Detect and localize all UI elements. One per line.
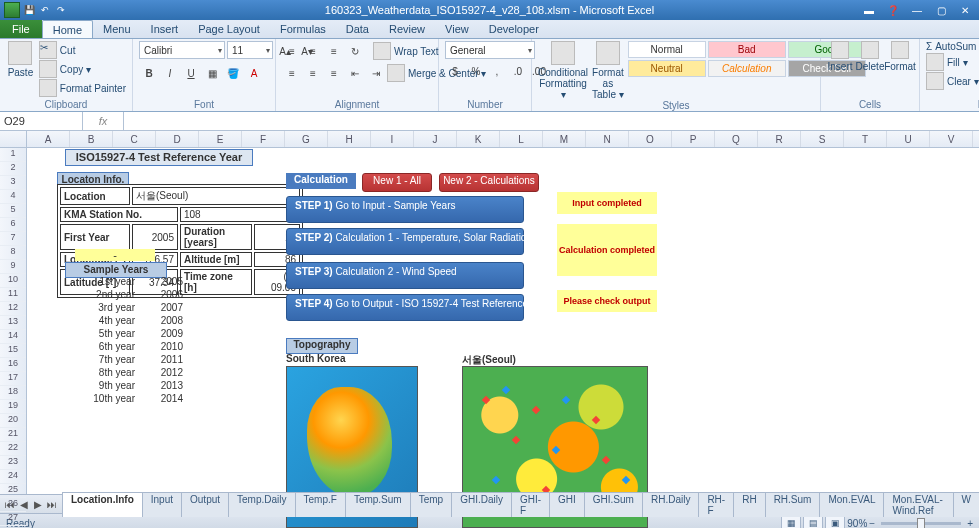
col-header[interactable]: T [844,131,887,147]
step2-button[interactable]: STEP 2) Calculation 1 - Temperature, Sol… [286,228,524,255]
row-header[interactable]: 19 [0,400,26,414]
ws-tab[interactable]: Temp.F [295,492,346,517]
col-header[interactable]: D [156,131,199,147]
maximize-icon[interactable]: ▢ [929,3,953,17]
row-header[interactable]: 11 [0,288,26,302]
style-calculation[interactable]: Calculation [708,60,786,77]
col-header[interactable]: M [543,131,586,147]
row-header[interactable]: 15 [0,344,26,358]
dec-indent-icon[interactable]: ⇤ [345,63,365,83]
copy-button[interactable]: Copy ▾ [39,60,126,78]
view-tab[interactable]: View [435,20,479,38]
ws-tab[interactable]: Temp.Sum [345,492,411,517]
align-mid-icon[interactable]: ≡ [303,41,323,61]
row-header[interactable]: 13 [0,316,26,330]
ws-tab[interactable]: GHI.Daily [451,492,512,517]
align-right-icon[interactable]: ≡ [324,63,344,83]
home-tab[interactable]: Home [42,20,93,38]
name-box[interactable]: O29 [0,112,83,130]
qat-save-icon[interactable]: 💾 [22,3,36,17]
col-header[interactable]: N [586,131,629,147]
developer-tab[interactable]: Developer [479,20,549,38]
new1-button[interactable]: New 1 - All [362,173,432,192]
ws-tab[interactable]: Temp.Daily [228,492,295,517]
col-header[interactable]: I [371,131,414,147]
row-header[interactable]: 12 [0,302,26,316]
ws-tab[interactable]: RH-F [698,492,734,517]
row-header[interactable]: 3 [0,176,26,190]
qat-redo-icon[interactable]: ↷ [54,3,68,17]
row-header[interactable]: 6 [0,218,26,232]
col-header[interactable]: S [801,131,844,147]
currency-icon[interactable]: $ [445,61,465,81]
ws-tab[interactable]: GHI.Sum [584,492,643,517]
ws-next-icon[interactable]: ▶ [32,499,44,510]
zoom-slider[interactable] [881,522,961,525]
step1-button[interactable]: STEP 1) Go to Input - Sample Years [286,196,524,223]
col-header[interactable]: B [70,131,113,147]
ws-tab[interactable]: Output [181,492,229,517]
col-header[interactable]: R [758,131,801,147]
insert-cells-button[interactable]: Insert [827,41,853,72]
ws-tab[interactable]: Mon.EVAL [819,492,884,517]
ws-tab[interactable]: GHI-F [511,492,550,517]
orient-icon[interactable]: ↻ [345,41,365,61]
worksheet[interactable]: ISO15927-4 Test Reference Year Locaton I… [27,148,979,494]
style-normal[interactable]: Normal [628,41,706,58]
fx-icon[interactable]: fx [99,115,108,127]
col-header[interactable]: L [500,131,543,147]
font-color-icon[interactable]: A [244,63,264,83]
row-header[interactable]: 2 [0,162,26,176]
col-header[interactable]: Q [715,131,758,147]
align-center-icon[interactable]: ≡ [303,63,323,83]
style-neutral[interactable]: Neutral [628,60,706,77]
minimize-icon[interactable]: — [905,3,929,17]
col-header[interactable]: C [113,131,156,147]
row-header[interactable]: 17 [0,372,26,386]
font-size-combo[interactable]: 11 [227,41,273,59]
font-name-combo[interactable]: Calibri [139,41,225,59]
format-cells-button[interactable]: Format [887,41,913,72]
comma-icon[interactable]: , [487,61,507,81]
row-header[interactable]: 25 [0,484,26,498]
row-header[interactable]: 21 [0,428,26,442]
col-header[interactable]: V [930,131,973,147]
row-header[interactable]: 26 [0,498,26,512]
formula-input[interactable] [124,112,979,130]
border-icon[interactable]: ▦ [202,63,222,83]
cut-button[interactable]: ✂Cut [39,41,126,59]
view-page-break-icon[interactable]: ▣ [825,515,845,528]
align-left-icon[interactable]: ≡ [282,63,302,83]
bold-button[interactable]: B [139,63,159,83]
ws-tab[interactable]: RH [733,492,765,517]
wrap-text-button[interactable]: Wrap Text [373,41,439,61]
zoom-in-icon[interactable]: + [967,518,973,529]
cond-format-button[interactable]: Conditional Formatting ▾ [538,41,588,100]
col-header[interactable]: J [414,131,457,147]
percent-icon[interactable]: % [466,61,486,81]
insert-tab[interactable]: Insert [141,20,189,38]
menu-tab[interactable]: Menu [93,20,141,38]
page-layout-tab[interactable]: Page Layout [188,20,270,38]
col-header[interactable]: H [328,131,371,147]
data-tab[interactable]: Data [336,20,379,38]
qat-undo-icon[interactable]: ↶ [38,3,52,17]
col-header[interactable]: F [242,131,285,147]
clear-button[interactable]: Clear ▾ [926,72,979,90]
formulas-tab[interactable]: Formulas [270,20,336,38]
select-all-corner[interactable] [0,131,27,147]
col-header[interactable]: A [27,131,70,147]
row-header[interactable]: 8 [0,246,26,260]
row-header[interactable]: 1 [0,148,26,162]
row-header[interactable]: 18 [0,386,26,400]
row-header[interactable]: 4 [0,190,26,204]
align-bot-icon[interactable]: ≡ [324,41,344,61]
row-header[interactable]: 23 [0,456,26,470]
ws-tab[interactable]: Location.Info [62,492,143,517]
row-header[interactable]: 9 [0,260,26,274]
ws-tab[interactable]: Input [142,492,182,517]
underline-button[interactable]: U [181,63,201,83]
close-icon[interactable]: ✕ [953,3,977,17]
inc-indent-icon[interactable]: ⇥ [366,63,386,83]
new2-button[interactable]: New 2 - Calculations [439,173,539,192]
